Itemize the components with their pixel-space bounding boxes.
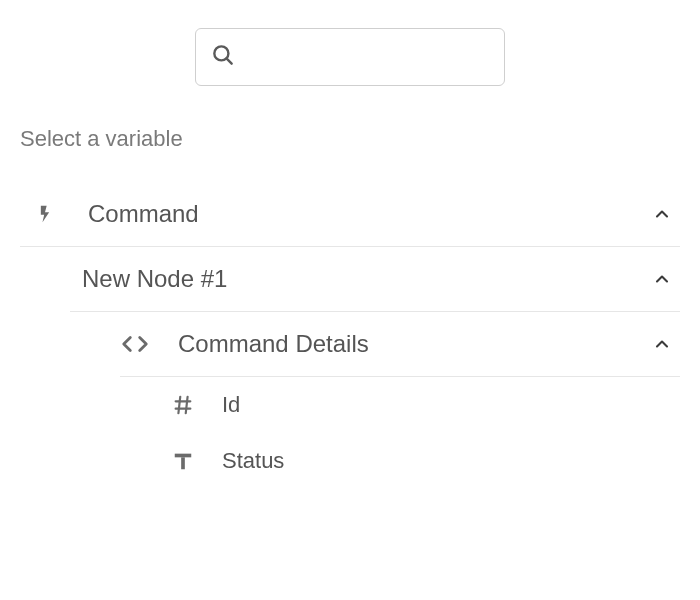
tree-item-label: Command Details [150, 330, 650, 358]
text-icon [168, 450, 198, 472]
variable-item-label: Status [198, 448, 680, 474]
svg-rect-7 [181, 457, 185, 469]
search-box[interactable] [195, 28, 505, 86]
variable-item-status[interactable]: Status [20, 433, 680, 489]
svg-rect-6 [175, 454, 192, 458]
variable-picker-panel: Select a variable Command New Node #1 [0, 0, 700, 489]
search-icon [210, 42, 236, 72]
variable-item-id[interactable]: Id [20, 377, 680, 433]
tree-item-command-details[interactable]: Command Details [20, 312, 680, 376]
chevron-up-icon [650, 334, 680, 354]
tree-item-label: New Node #1 [70, 265, 650, 293]
hash-icon [168, 394, 198, 416]
svg-line-1 [226, 58, 231, 63]
svg-line-5 [186, 397, 188, 414]
tree-item-command[interactable]: Command [20, 182, 680, 246]
variable-item-label: Id [198, 392, 680, 418]
section-label: Select a variable [20, 126, 680, 182]
tree-item-label: Command [60, 200, 650, 228]
search-wrapper [20, 0, 680, 126]
code-icon [120, 332, 150, 356]
search-input[interactable] [246, 47, 490, 68]
svg-line-4 [178, 397, 180, 414]
lightning-icon [30, 200, 60, 228]
chevron-up-icon [650, 204, 680, 224]
chevron-up-icon [650, 269, 680, 289]
tree-item-node1[interactable]: New Node #1 [20, 247, 680, 311]
